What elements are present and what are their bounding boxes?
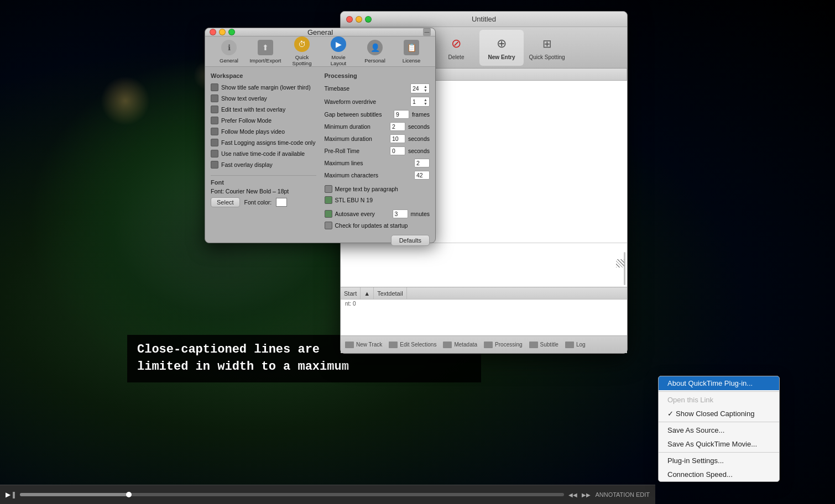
min-duration-value[interactable]: 2 — [390, 122, 405, 131]
checkbox-prefer-follow: Prefer Follow Mode — [211, 117, 316, 124]
waveform-value[interactable]: 1 ▲▼ — [410, 97, 430, 107]
timebase-num: 24 — [413, 85, 419, 92]
fast-overlay-checkbox[interactable] — [211, 161, 218, 169]
ctx-save-quicktime[interactable]: Save As QuickTime Movie... — [659, 437, 779, 451]
native-tc-checkbox[interactable] — [211, 150, 218, 158]
timebase-spinner[interactable]: ▲▼ — [424, 85, 427, 92]
fast-logging-label: Fast Logging assigns time-code only — [221, 139, 315, 146]
detail-count: nt: 0 — [341, 300, 627, 308]
edit-selections-btn[interactable]: Edit Selections — [389, 342, 436, 348]
autosave-value[interactable]: 3 — [393, 209, 408, 218]
subtitle-label: Subtitle — [540, 342, 559, 348]
general-titlebar: General — — [205, 28, 435, 36]
maximize-button[interactable] — [365, 16, 372, 23]
font-name-display: Font: Courier New Bold – 18pt — [211, 188, 316, 195]
ctx-connection-speed[interactable]: Connection Speed... — [659, 468, 779, 481]
tab-quick-spotting[interactable]: ⏱ Quick Spotting — [287, 36, 317, 66]
safe-margin-checkbox[interactable] — [211, 83, 218, 91]
toolbar-quick-spotting[interactable]: ⊞ Quick Spotting — [525, 30, 569, 66]
follow-plays-label: Follow Mode plays video — [221, 128, 285, 135]
follow-plays-checkbox[interactable] — [211, 128, 218, 135]
tab-general[interactable]: ℹ General — [214, 40, 244, 64]
check-updates-checkbox[interactable] — [325, 222, 332, 229]
stl-ebu-checkbox[interactable] — [325, 196, 332, 204]
font-section-title: Font — [211, 179, 316, 186]
new-track-icon — [345, 342, 354, 348]
scrollbar[interactable] — [624, 252, 625, 285]
new-track-btn[interactable]: New Track — [345, 342, 382, 348]
preroll-row: Pre-Roll Time 0 seconds — [325, 146, 430, 155]
import-export-tab-icon: ⬆ — [258, 40, 273, 55]
show-captions-label: Show Closed Captioning — [676, 410, 754, 418]
tab-personal[interactable]: 👤 Personal — [360, 40, 390, 64]
max-duration-value[interactable]: 10 — [390, 134, 405, 143]
timebase-value[interactable]: 24 ▲▼ — [410, 83, 430, 93]
detail-col-text: Textdetail — [374, 287, 406, 299]
select-font-button[interactable]: Select — [211, 197, 240, 207]
tab-import-export[interactable]: ⬆ Import/Export — [251, 40, 281, 64]
max-lines-value[interactable]: 2 — [414, 159, 430, 167]
workspace-col: Workspace Show title safe margin (lower … — [211, 72, 316, 246]
play-icon[interactable]: ▶ ‖ — [6, 491, 15, 498]
personal-tab-label: Personal — [364, 57, 385, 64]
ctx-save-source[interactable]: Save As Source... — [659, 423, 779, 437]
video-progress[interactable] — [20, 493, 564, 496]
minimize-button[interactable] — [356, 16, 362, 23]
processing-btn[interactable]: Processing — [484, 342, 522, 348]
ctx-about-quicktime[interactable]: About QuickTime Plug-in... — [659, 376, 779, 390]
gap-value[interactable]: 9 — [394, 110, 409, 119]
min-duration-row: Minimum duration 2 seconds — [325, 122, 430, 131]
max-chars-row: Maximum characters 42 — [325, 171, 430, 180]
autosave-num: 3 — [395, 211, 398, 217]
max-chars-value[interactable]: 42 — [414, 171, 430, 180]
subtitle-line1: Close-captioned lines are — [137, 343, 320, 356]
waveform-spinner[interactable]: ▲▼ — [424, 98, 427, 106]
gap-unit: frames — [412, 111, 430, 118]
volume-right[interactable]: ▶▶ — [582, 492, 591, 498]
autosave-checkbox[interactable] — [325, 210, 332, 218]
preroll-value[interactable]: 0 — [390, 146, 405, 155]
connection-speed-label: Connection Speed... — [667, 470, 733, 479]
detail-body[interactable]: nt: 0 — [341, 300, 627, 335]
edit-overlay-checkbox[interactable] — [211, 106, 218, 113]
metadata-btn[interactable]: Metadata — [443, 342, 477, 348]
waveform-num: 1 — [413, 98, 416, 105]
tab-movie-layout[interactable]: ▶ Movie Layout — [323, 36, 354, 66]
prefer-follow-checkbox[interactable] — [211, 117, 218, 124]
toolbar-delete[interactable]: ⊘ Delete — [434, 30, 478, 66]
check-updates-row: Check for updates at startup — [325, 222, 430, 229]
max-chars-label: Maximum characters — [325, 172, 412, 179]
subtitle-btn[interactable]: Subtitle — [529, 342, 559, 348]
about-quicktime-label: About QuickTime Plug-in... — [667, 379, 753, 387]
waveform-row: Waveform overdrive 1 ▲▼ — [325, 97, 430, 107]
license-tab-label: License — [403, 57, 421, 64]
progress-thumb — [126, 492, 132, 497]
open-link-label: Open this Link — [667, 396, 713, 404]
merge-para-checkbox[interactable] — [325, 185, 332, 193]
fast-logging-checkbox[interactable] — [211, 139, 218, 146]
gen-minimize-button[interactable] — [219, 29, 226, 35]
toolbar-new-entry[interactable]: ⊕ New Entry — [479, 30, 524, 66]
gen-close-button[interactable] — [210, 29, 216, 35]
gen-maximize-button[interactable] — [228, 29, 235, 35]
quick-spotting-icon: ⊞ — [538, 35, 556, 53]
log-btn[interactable]: Log — [565, 342, 586, 348]
autosave-label: Autosave every — [335, 211, 390, 217]
panel-resize-btn[interactable]: — — [423, 28, 431, 36]
tab-license[interactable]: 📋 License — [396, 40, 427, 64]
metadata-label: Metadata — [454, 342, 477, 348]
bottom-toolbar: New Track Edit Selections Metadata Proce… — [341, 335, 627, 353]
text-overlay-checkbox[interactable] — [211, 95, 218, 102]
defaults-button[interactable]: Defaults — [391, 235, 430, 246]
resize-handle[interactable] — [616, 259, 624, 267]
volume-left[interactable]: ◀◀ — [568, 492, 577, 498]
font-color-picker[interactable] — [276, 198, 287, 207]
ctx-show-captions[interactable]: ✓Show Closed Captioning — [659, 407, 779, 421]
video-controls-bar: ▶ ‖ ◀◀ ▶▶ ANNOTATION EDIT — [0, 485, 655, 504]
close-button[interactable] — [346, 16, 353, 23]
checkbox-follow-plays: Follow Mode plays video — [211, 128, 316, 135]
autosave-unit: mnutes — [411, 211, 430, 217]
ctx-plugin-settings[interactable]: Plug-in Settings... — [659, 454, 779, 468]
fast-overlay-label: Fast overlay display — [221, 161, 273, 168]
preroll-unit: seconds — [408, 148, 430, 154]
